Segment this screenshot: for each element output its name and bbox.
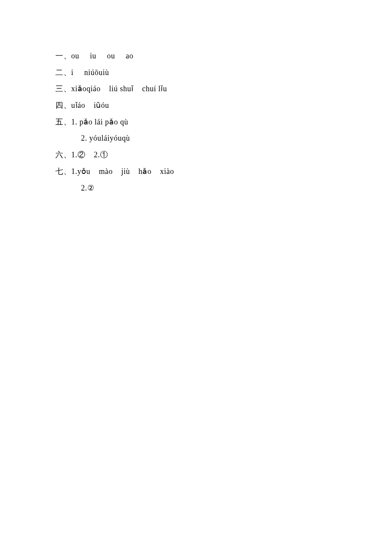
answer-five-line1: 五、1. pǎo lái pǎo qù (55, 114, 392, 130)
content-five-2: 2. yóuláiyóuqù (81, 134, 130, 142)
answer-one: 一、ou iu ou ao (55, 48, 392, 64)
content-seven-2: 2.② (81, 184, 94, 192)
label-seven: 七、 (55, 167, 71, 176)
content-six: 1.② 2.① (71, 150, 108, 159)
content-three: xiǎoqiáo liú shuǐ chuí lǐu (71, 84, 167, 93)
answer-seven-line2: 2.② (55, 180, 392, 197)
label-one: 一、 (55, 52, 71, 60)
label-four: 四、 (55, 101, 71, 110)
content-four: uǐáo iǔóu (71, 101, 109, 110)
content-seven-1: 1.yǒu mào jiù hǎo xiào (71, 167, 174, 176)
label-five: 五、 (55, 118, 71, 126)
label-two: 二、 (55, 68, 71, 77)
label-three: 三、 (55, 84, 71, 93)
answer-three: 三、xiǎoqiáo liú shuǐ chuí lǐu (55, 81, 392, 97)
answer-five-line2: 2. yóuláiyóuqù (55, 130, 392, 147)
answer-six: 六、1.② 2.① (55, 147, 392, 163)
content-two: i niúōuiù (71, 68, 109, 77)
answer-four: 四、uǐáo iǔóu (55, 97, 392, 114)
label-six: 六、 (55, 150, 71, 159)
content-one: ou iu ou ao (71, 52, 133, 60)
content-five-1: 1. pǎo lái pǎo qù (71, 118, 128, 126)
answer-seven-line1: 七、1.yǒu mào jiù hǎo xiào (55, 163, 392, 180)
answer-two: 二、i niúōuiù (55, 64, 392, 81)
